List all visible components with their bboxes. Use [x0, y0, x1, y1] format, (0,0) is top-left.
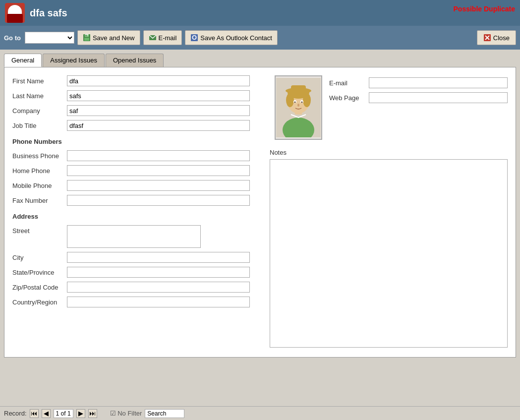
fax-number-input[interactable]	[67, 195, 250, 206]
zip-label: Zip/Postal Code	[12, 284, 67, 291]
next-record-button[interactable]: ▶	[76, 409, 85, 418]
webpage-input[interactable]	[369, 92, 508, 103]
phone-numbers-header: Phone Numbers	[12, 138, 250, 145]
notes-label: Notes	[270, 149, 508, 156]
last-name-label: Last Name	[12, 92, 67, 100]
zip-input[interactable]	[67, 282, 250, 293]
mobile-phone-label: Mobile Phone	[12, 182, 67, 189]
svg-rect-0	[5, 3, 24, 22]
street-input[interactable]	[67, 225, 201, 248]
avatar	[275, 75, 322, 140]
email-label: E-mail	[329, 79, 369, 87]
job-title-row: Job Title	[12, 120, 250, 131]
notes-section: Notes	[270, 149, 508, 349]
svg-point-22	[303, 93, 311, 107]
page-info: 1 of 1	[54, 409, 73, 418]
save-outlook-button[interactable]: O Save As Outlook Contact	[185, 30, 278, 45]
svg-text:O: O	[192, 34, 197, 41]
title-bar: dfa safs Possible Duplicate	[0, 0, 520, 26]
mobile-phone-row: Mobile Phone	[12, 180, 250, 191]
search-input[interactable]	[145, 409, 184, 418]
email-label: E-mail	[159, 34, 177, 42]
svg-point-1	[11, 5, 19, 13]
last-record-icon: ⏭	[89, 410, 96, 417]
app-icon	[5, 3, 25, 23]
status-bar: Record: ⏮ ◀ 1 of 1 ▶ ⏭ ☑ No Filter	[0, 406, 520, 420]
tab-bar: General Assigned Issues Opened Issues	[4, 54, 516, 67]
save-outlook-label: Save As Outlook Contact	[200, 34, 272, 42]
main-content: General Assigned Issues Opened Issues Fi…	[0, 50, 520, 406]
home-phone-input[interactable]	[67, 165, 250, 176]
outlook-icon: O	[190, 34, 198, 42]
mobile-phone-input[interactable]	[67, 180, 250, 191]
first-name-input[interactable]	[67, 75, 250, 86]
window-title: dfa safs	[30, 7, 67, 19]
first-record-button[interactable]: ⏮	[30, 409, 39, 418]
country-label: Country/Region	[12, 299, 67, 306]
last-name-row: Last Name	[12, 90, 250, 101]
avatar-image	[276, 78, 321, 137]
tab-opened-issues[interactable]: Opened Issues	[106, 54, 164, 67]
city-label: City	[12, 254, 67, 261]
first-name-label: First Name	[12, 77, 67, 85]
svg-point-27	[294, 102, 296, 103]
tab-general[interactable]: General	[4, 54, 42, 67]
svg-point-4	[11, 5, 18, 9]
last-name-input[interactable]	[67, 90, 250, 101]
general-tab-panel: First Name Last Name Company Job Title P…	[4, 67, 516, 358]
country-row: Country/Region	[12, 297, 250, 307]
job-title-input[interactable]	[67, 120, 250, 131]
svg-point-28	[301, 102, 303, 103]
filter-checkbox: ☑	[110, 410, 116, 417]
notes-input[interactable]	[270, 159, 508, 348]
fax-number-row: Fax Number	[12, 195, 250, 206]
company-input[interactable]	[67, 105, 250, 116]
record-label: Record:	[4, 410, 27, 417]
company-row: Company	[12, 105, 250, 116]
svg-point-2	[8, 13, 22, 22]
email-input[interactable]	[369, 77, 508, 88]
email-icon	[149, 34, 157, 42]
duplicate-warning: Possible Duplicate	[454, 5, 515, 13]
country-input[interactable]	[67, 297, 250, 307]
close-label: Close	[493, 34, 510, 42]
business-phone-input[interactable]	[67, 150, 250, 161]
goto-select[interactable]	[25, 32, 74, 44]
state-input[interactable]	[67, 267, 250, 278]
svg-point-3	[12, 6, 18, 12]
last-record-button[interactable]: ⏭	[88, 409, 97, 418]
city-input[interactable]	[67, 252, 250, 263]
svg-point-29	[297, 104, 299, 107]
webpage-row: Web Page	[329, 92, 508, 103]
state-row: State/Province	[12, 267, 250, 278]
fax-number-label: Fax Number	[12, 197, 67, 204]
state-label: State/Province	[12, 269, 67, 276]
close-button[interactable]: Close	[477, 30, 516, 45]
toolbar: Go to + Save and New E-mail O Save As Ou…	[0, 26, 520, 50]
home-phone-label: Home Phone	[12, 167, 67, 175]
no-filter-label: No Filter	[117, 410, 142, 417]
home-phone-row: Home Phone	[12, 165, 250, 176]
email-row: E-mail	[329, 77, 508, 88]
address-header: Address	[12, 213, 250, 220]
svg-text:+: +	[85, 34, 89, 38]
city-row: City	[12, 252, 250, 263]
save-and-new-button[interactable]: + Save and New	[77, 30, 140, 45]
filter-info: ☑ No Filter	[110, 410, 142, 417]
webpage-label: Web Page	[329, 94, 369, 102]
goto-label: Go to	[4, 34, 21, 42]
job-title-label: Job Title	[12, 122, 67, 129]
svg-point-21	[286, 93, 294, 107]
prev-record-button[interactable]: ◀	[42, 409, 51, 418]
business-phone-row: Business Phone	[12, 150, 250, 161]
first-name-row: First Name	[12, 75, 250, 86]
prev-record-icon: ◀	[44, 410, 49, 417]
save-and-new-label: Save and New	[93, 34, 135, 42]
tab-assigned-issues[interactable]: Assigned Issues	[43, 54, 105, 67]
svg-rect-24	[291, 85, 306, 91]
close-icon	[483, 34, 491, 42]
zip-row: Zip/Postal Code	[12, 282, 250, 293]
street-row: Street	[12, 225, 250, 248]
save-new-icon: +	[83, 34, 91, 42]
email-button[interactable]: E-mail	[143, 30, 182, 45]
